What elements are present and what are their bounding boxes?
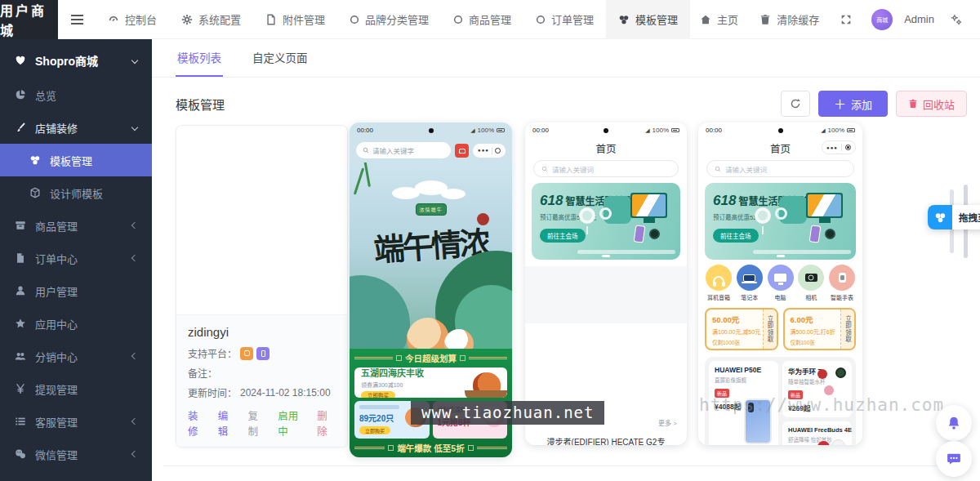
camera-dot-icon	[604, 128, 608, 133]
template-circles-icon	[928, 205, 952, 229]
fan-image	[579, 207, 595, 224]
sidebar-item-goods-manage[interactable]: 商品管理	[0, 209, 152, 242]
sidebar-item-template-manage[interactable]: 模板管理	[0, 144, 152, 176]
content-bottom-divider	[163, 465, 969, 466]
status-time: 00:00	[357, 127, 373, 134]
capsule-target-icon	[845, 145, 851, 150]
tab-bar: 模板列表 自定义页面	[152, 39, 980, 78]
notification-fab[interactable]	[936, 405, 972, 441]
settings-button[interactable]	[941, 14, 972, 25]
battery-icon	[497, 128, 505, 132]
sidebar-item-app-center[interactable]: 应用中心	[0, 307, 152, 340]
sidebar-item-customer-service[interactable]: 客服管理	[0, 405, 152, 438]
status-time: 00:00	[532, 127, 549, 134]
category-smartwatch: 智能手表	[828, 265, 856, 301]
drag-here-tag[interactable]: 拖拽至	[928, 205, 980, 229]
search-placeholder: 请输入关键字	[372, 145, 414, 155]
topnav-item-orders[interactable]: 订单管理	[523, 0, 606, 39]
page-title-text: 首页	[770, 140, 791, 156]
template-preview-home[interactable]: 00:00 ◢ 100% 首页 请输入关键词 618 智慧生活购精彩	[525, 122, 687, 445]
ornament-bracket	[460, 355, 466, 361]
topnav-item-attachments[interactable]: 附件管理	[253, 0, 337, 39]
topnav-item-goods[interactable]: 商品管理	[441, 0, 523, 39]
search-icon	[363, 147, 369, 154]
admin-app: 用户商城 控制台 系统配置 附件管理 品牌分类管理 商品管理	[0, 0, 980, 481]
battery-percent: 100%	[478, 127, 494, 134]
search-icon	[541, 166, 548, 172]
signal-icon: ◢	[821, 127, 825, 134]
capsule-divider	[841, 144, 842, 151]
ornament-line	[354, 447, 385, 449]
fullscreen-button[interactable]	[831, 0, 862, 39]
smartwatch-icon	[829, 265, 855, 291]
status-enabled-link[interactable]: 启用中	[278, 408, 305, 439]
sidebar-item-label: 模板管理	[50, 153, 92, 168]
topnav-item-brand-category[interactable]: 品牌分类管理	[337, 0, 441, 39]
template-name: zidingyi	[188, 325, 336, 339]
decorate-link[interactable]: 装修	[188, 408, 207, 439]
banner-618: 618 智慧生活购精彩 预订最高优惠5200元 前往主会场	[705, 183, 856, 260]
sidebar-item-order-center[interactable]: 订单中心	[0, 242, 152, 274]
miniprogram-capsule: ●●●	[473, 144, 506, 158]
hamburger-menu-icon[interactable]	[58, 0, 96, 39]
sidebar-brand[interactable]: Shopro商城	[0, 42, 152, 78]
tab-custom-page[interactable]: 自定义页面	[251, 39, 310, 77]
circle-icon	[453, 15, 463, 24]
clear-cache-button[interactable]: 清除缓存	[750, 0, 829, 39]
seal-stamp-icon	[477, 213, 489, 225]
template-platform-row: 支持平台：	[188, 346, 336, 360]
sidebar-item-shop-decorate[interactable]: 店铺装修	[0, 111, 152, 144]
add-button[interactable]: ＋ 添加	[818, 91, 888, 117]
coupon-get-button: 立即领取	[840, 310, 854, 349]
deal-buy-button: 立即购买	[359, 426, 390, 434]
monitor-image	[806, 193, 843, 218]
sidebar-item-wechat-manage[interactable]: 微信管理	[0, 438, 152, 470]
bamboo-decoration	[354, 167, 364, 194]
topnav-item-system-config[interactable]: 系统配置	[169, 0, 253, 39]
sidebar-item-withdraw[interactable]: 提现管理	[0, 372, 152, 405]
topnav-item-console[interactable]: 控制台	[96, 0, 169, 39]
platform-label: 支持平台：	[188, 346, 237, 360]
ornament-line	[477, 447, 507, 449]
sidebar-item-designer-template[interactable]: 设计师模板	[0, 176, 152, 209]
recycle-label: 回收站	[923, 96, 955, 112]
home-link[interactable]: 主页	[690, 0, 748, 39]
refresh-button[interactable]	[781, 91, 810, 117]
sidebar-item-distribution[interactable]: 分销中心	[0, 340, 152, 372]
sidebar-item-label: 分销中心	[35, 349, 78, 364]
more-dots-icon: ●●●	[826, 145, 838, 150]
delete-link[interactable]: 删除	[317, 408, 336, 439]
recycle-bin-button[interactable]: 回收站	[896, 91, 967, 117]
wechat-icon	[15, 448, 26, 460]
avatar[interactable]: 商城	[871, 9, 893, 30]
drag-here-label: 拖拽至	[952, 205, 980, 229]
topnav-label: 系统配置	[198, 11, 241, 27]
tab-template-list[interactable]: 模板列表	[176, 39, 223, 77]
sidebar-brand-label: Shopro商城	[35, 52, 98, 69]
miniprogram-badge-icon	[240, 347, 253, 360]
topnav-item-templates[interactable]: 模板管理	[606, 0, 690, 39]
ornament-bracket	[388, 445, 394, 451]
sidebar-item-overview[interactable]: 总览	[0, 78, 152, 111]
username[interactable]: Admin	[899, 13, 939, 25]
template-circles-icon	[29, 154, 41, 166]
category-label: 耳机音箱	[707, 293, 730, 301]
top-navigation: 控制台 系统配置 附件管理 品牌分类管理 商品管理 订单管理	[58, 0, 980, 38]
topnav-label: 模板管理	[635, 11, 678, 27]
app-logo: 用户商城	[0, 0, 58, 39]
chat-fab[interactable]	[936, 441, 972, 477]
h5-badge-icon	[256, 347, 270, 360]
deal-header-text: 今日超级划算	[405, 352, 457, 364]
copy-link[interactable]: 复制	[247, 408, 266, 439]
topnav-label: 附件管理	[283, 11, 325, 27]
search-input: 请输入关键字	[356, 142, 451, 158]
sidebar-item-user-manage[interactable]: 用户管理	[0, 274, 152, 307]
ornament-bracket	[468, 445, 474, 451]
template-card-zidingyi[interactable]: zidingyi 支持平台： 备注： 更新时间： 2024-11-02 18:1…	[176, 125, 348, 448]
edit-link[interactable]: 编辑	[218, 408, 237, 439]
chevron-down-icon	[131, 124, 138, 131]
plus-icon: ＋	[834, 98, 846, 110]
chevron-left-icon	[131, 255, 138, 261]
clear-cache-label: 清除缓存	[777, 11, 819, 27]
coupon-card: 6.00元 满500.00元,打6折 仅剩100张 立即领取	[783, 308, 857, 350]
